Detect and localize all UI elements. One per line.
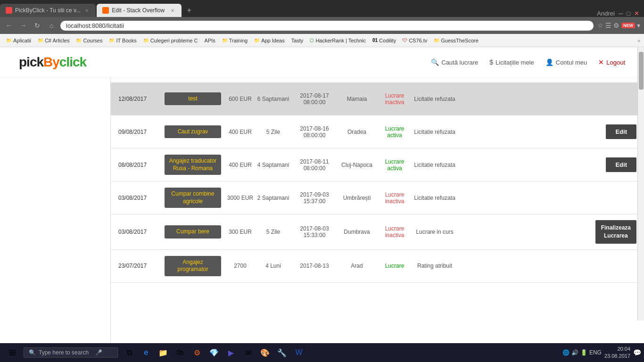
- chrome-icon[interactable]: ⚙: [190, 345, 205, 351]
- taskbar-right: 🌐 🔊 🔋 ENG 20:04 23.08.2017 💬: [562, 346, 641, 351]
- row-expire: 2017-08-03 15:33:00: [291, 225, 338, 239]
- back-button[interactable]: ←: [4, 20, 14, 31]
- minimize-button[interactable]: ─: [619, 10, 623, 17]
- task-view-icon[interactable]: ⧉: [122, 345, 137, 351]
- bm-courses[interactable]: 📁 Courses: [74, 37, 105, 44]
- star-icon[interactable]: ☆: [597, 22, 603, 29]
- new-tab-button[interactable]: +: [182, 4, 196, 17]
- taskbar-icons: ⧉ e 📁 🛍 ⚙ 💎 ▶ ✉ 🎨 🔧 W: [122, 345, 306, 351]
- row-date: 03/08/2017: [118, 229, 161, 235]
- tab-pickbyclick[interactable]: PickByClick - Tu stii ce v... ✕: [0, 4, 96, 17]
- row-expire: 2017-08-17 08:00:00: [291, 92, 338, 106]
- title-badge[interactable]: Cumpar bere: [165, 225, 221, 239]
- tab-favicon-so: [102, 7, 109, 14]
- bm-codility[interactable]: 01 Codility: [370, 37, 398, 44]
- scrollbar[interactable]: [637, 47, 644, 321]
- bm-label: HackerRank | Technic: [315, 38, 366, 43]
- bm-apis[interactable]: APIs: [202, 37, 218, 44]
- nav-licitatiile-mele[interactable]: $ Licitațiile mele: [489, 58, 534, 66]
- codility-icon: 01: [372, 38, 378, 43]
- scrollbar-thumb[interactable]: [639, 52, 644, 90]
- table-row: 03/08/2017 Cumpar bere 300 EUR 5 Zile 20…: [111, 214, 644, 250]
- bm-hackerrank[interactable]: ⬡ HackerRank | Technic: [307, 37, 368, 44]
- folder-icon: 📁: [76, 38, 82, 43]
- finalizeaza-button[interactable]: FinalizeazaLucrarea: [595, 220, 636, 244]
- row-date: 03/08/2017: [118, 195, 161, 201]
- tab-stackoverflow[interactable]: Edit - Stack Overflow ✕: [97, 4, 182, 17]
- browser-chrome: PickByClick - Tu stii ce v... ✕ Edit - S…: [0, 0, 644, 47]
- tab-label-pickbyclick: PickByClick - Tu stii ce v...: [15, 7, 81, 14]
- folder-icon: 📁: [222, 38, 228, 43]
- notification-icon[interactable]: 💬: [633, 349, 641, 351]
- folder-icon: 📁: [254, 38, 260, 43]
- tab-close-pickbyclick[interactable]: ✕: [83, 7, 90, 14]
- forward-button[interactable]: →: [18, 20, 28, 31]
- bm-c-articles[interactable]: 📁 C# Articles: [35, 37, 72, 44]
- folder-icon: 📁: [434, 38, 439, 43]
- title-badge[interactable]: Caut zugrav: [165, 125, 221, 139]
- close-button[interactable]: ✕: [634, 10, 639, 17]
- reader-icon[interactable]: ☰: [605, 22, 611, 29]
- tab-close-so[interactable]: ✕: [169, 7, 176, 14]
- row-action: Edit: [589, 157, 636, 172]
- maximize-button[interactable]: □: [627, 10, 630, 17]
- bm-it-books[interactable]: 📁 IT Books: [107, 37, 139, 44]
- edit-button[interactable]: Edit: [606, 157, 636, 172]
- logo-click: click: [59, 55, 86, 69]
- tab-label-so: Edit - Stack Overflow: [112, 7, 166, 14]
- table-row: 08/08/2017 Angajez traducator Rusa - Rom…: [111, 148, 644, 181]
- row-licit-status: Licitatie refuzata: [413, 162, 456, 168]
- row-licit-status: Rating atribuit: [413, 263, 456, 269]
- site-logo: pickByclick: [19, 55, 86, 70]
- cs76-icon: 🛡: [403, 38, 407, 43]
- store-icon[interactable]: 🛍: [173, 345, 188, 351]
- tool-icon[interactable]: 🔧: [274, 345, 289, 351]
- mail-icon[interactable]: ✉: [240, 345, 256, 351]
- row-status: Lucrareinactiva: [376, 92, 413, 106]
- bm-training[interactable]: 📁 Training: [220, 37, 250, 44]
- extensions-icon[interactable]: ⚙: [613, 22, 619, 29]
- bm-aplicatii[interactable]: 📁 Aplicatii: [4, 37, 33, 44]
- title-badge[interactable]: test: [165, 92, 221, 106]
- bm-culegeri[interactable]: 📁 Culegeri probleme C: [141, 37, 200, 44]
- taskbar-search[interactable]: 🔍 Type here to search 🎤: [24, 347, 118, 351]
- row-location: Dumbrava: [338, 229, 376, 235]
- row-duration: 4 Luni: [256, 263, 291, 269]
- nav-logout[interactable]: ✕ Logout: [598, 58, 625, 66]
- row-date: 08/08/2017: [118, 162, 161, 168]
- page-content: pickByclick 🔍 Caută lucrare $ Licitațiil…: [0, 47, 644, 351]
- edge-icon[interactable]: e: [139, 345, 154, 351]
- title-badge[interactable]: Angajez traducator Rusa - Romana: [165, 155, 221, 175]
- bm-label: Aplicatii: [13, 38, 31, 43]
- word-icon[interactable]: W: [291, 345, 306, 351]
- sidebar: [0, 78, 111, 351]
- table-row: 12/08/2017 test 600 EUR 6 Saptamani 2017…: [111, 82, 644, 115]
- bm-label: APIs: [205, 38, 215, 43]
- nav-contul-meu[interactable]: 👤 Contul meu: [545, 58, 587, 66]
- bm-tasty[interactable]: Tasty: [289, 37, 306, 44]
- row-price: 400 EUR: [225, 162, 256, 168]
- row-status: Lucrareactiva: [376, 125, 413, 139]
- licitatie-table: 12/08/2017 test 600 EUR 6 Saptamani 2017…: [111, 82, 644, 283]
- row-status: Lucrare: [376, 263, 413, 269]
- address-input[interactable]: [60, 21, 594, 31]
- bm-app-ideas[interactable]: 📁 App Ideas: [252, 37, 287, 44]
- bookmarks-more[interactable]: »: [637, 38, 640, 43]
- home-button[interactable]: ⌂: [46, 20, 57, 31]
- title-badge[interactable]: Angajez programator: [165, 256, 221, 276]
- vs-icon[interactable]: 💎: [206, 345, 222, 351]
- paint-icon[interactable]: 🎨: [257, 345, 272, 351]
- bm-cs76[interactable]: 🛡 CS76.tv: [400, 37, 429, 44]
- title-badge[interactable]: Cumpar combine agricole: [165, 188, 221, 208]
- row-date: 12/08/2017: [118, 96, 161, 102]
- menu-icon[interactable]: ▾: [637, 22, 640, 29]
- reload-button[interactable]: ↻: [32, 20, 42, 31]
- explorer-icon[interactable]: 📁: [156, 345, 171, 351]
- row-duration: 5 Zile: [256, 229, 291, 235]
- start-button[interactable]: ⊞: [3, 345, 22, 351]
- search-icon: 🔍: [431, 58, 439, 66]
- edit-button[interactable]: Edit: [606, 124, 636, 139]
- nav-cauta-lucrare[interactable]: 🔍 Caută lucrare: [431, 58, 478, 66]
- vs2-icon[interactable]: ▶: [223, 345, 239, 351]
- bm-guessthescore[interactable]: 📁 GuessTheScore: [431, 37, 480, 44]
